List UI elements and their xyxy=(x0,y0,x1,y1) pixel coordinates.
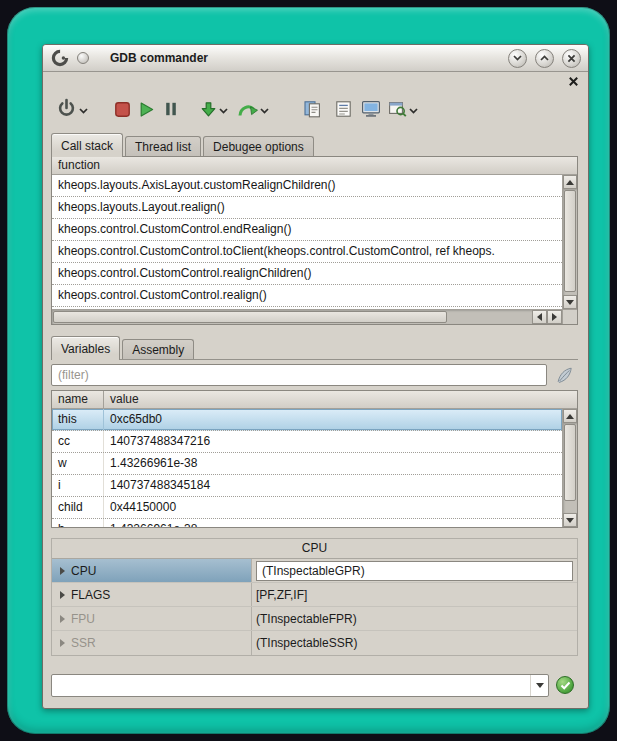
power-run-button[interactable] xyxy=(56,96,77,122)
debug-toolbar xyxy=(56,95,418,123)
scroll-up-button[interactable] xyxy=(563,409,577,423)
chevron-down-icon xyxy=(79,108,88,114)
variable-value: 1.43266961e-38 xyxy=(104,453,562,474)
minimize-button[interactable] xyxy=(508,49,527,68)
titlebar[interactable]: GDB commander xyxy=(43,45,588,72)
variable-row[interactable]: w 1.43266961e-38 xyxy=(52,453,562,475)
variables-list: this 0xc65db0 cc 140737488347216 w 1.432… xyxy=(52,409,562,527)
power-dropdown-button[interactable] xyxy=(79,96,88,122)
register-group-value: (TInspectableGPR) xyxy=(252,559,577,582)
step-over-dropdown-button[interactable] xyxy=(260,96,269,122)
arrow-right-icon xyxy=(552,313,557,321)
scrollbar-thumb[interactable] xyxy=(53,311,447,323)
register-group-value-text: [PF,ZF,IF] xyxy=(256,588,307,602)
message-list-button[interactable] xyxy=(335,96,352,122)
scroll-right-button[interactable] xyxy=(547,310,562,324)
execute-command-button[interactable] xyxy=(556,676,574,694)
scroll-down-button[interactable] xyxy=(563,513,577,527)
expander-icon[interactable] xyxy=(60,567,65,575)
documents-button[interactable] xyxy=(303,96,322,122)
gdb-commander-window: GDB commander xyxy=(42,44,589,709)
scrollbar-track[interactable] xyxy=(563,189,577,295)
register-group-label: SSR xyxy=(71,636,96,650)
callstack-row[interactable]: kheops.control.CustomControl.endRealign(… xyxy=(52,219,562,241)
callstack-horizontal-scrollbar[interactable] xyxy=(52,309,562,324)
window-controls xyxy=(508,49,581,68)
stop-button[interactable] xyxy=(114,96,131,122)
arrow-down-icon xyxy=(566,300,574,305)
maximize-button[interactable] xyxy=(535,49,554,68)
arrow-left-icon xyxy=(537,313,542,321)
variable-row[interactable]: this 0xc65db0 xyxy=(52,409,562,431)
memory-view-button[interactable] xyxy=(361,96,381,122)
callstack-row[interactable]: kheops.control.CustomControl.realignChil… xyxy=(52,263,562,285)
callstack-vertical-scrollbar[interactable] xyxy=(562,175,577,309)
expander-icon[interactable] xyxy=(60,615,65,623)
scroll-down-button[interactable] xyxy=(563,295,577,309)
variable-name: w xyxy=(52,453,104,474)
chevron-down-icon xyxy=(260,108,269,114)
name-column-header[interactable]: name xyxy=(52,391,104,408)
pin-button[interactable] xyxy=(77,52,89,64)
combo-dropdown-button[interactable] xyxy=(530,675,548,696)
debug-command-input[interactable] xyxy=(52,675,530,696)
cpu-row[interactable]: SSR (TInspectableSSR) xyxy=(52,631,577,655)
variable-row[interactable]: child 0x44150000 xyxy=(52,497,562,519)
scroll-left-button[interactable] xyxy=(532,310,547,324)
variables-header: name value xyxy=(52,391,577,409)
step-into-button[interactable] xyxy=(200,96,217,122)
tab-call-stack[interactable]: Call stack xyxy=(51,133,123,157)
chevron-down-icon xyxy=(536,683,544,688)
register-group-name[interactable]: FLAGS xyxy=(52,583,252,606)
cpu-row[interactable]: FLAGS [PF,ZF,IF] xyxy=(52,583,577,607)
tab-thread-list[interactable]: Thread list xyxy=(125,136,201,156)
variable-row[interactable]: cc 140737488347216 xyxy=(52,431,562,453)
list-icon xyxy=(335,100,352,118)
app-menu-button[interactable] xyxy=(50,48,70,68)
callstack-row[interactable]: kheops.layouts.AxisLayout.customRealignC… xyxy=(52,175,562,197)
cpu-value-editor[interactable]: (TInspectableGPR) xyxy=(256,561,573,581)
scroll-up-button[interactable] xyxy=(563,175,577,189)
scrollbar-track[interactable] xyxy=(563,423,577,513)
cpu-row[interactable]: FPU (TInspectableFPR) xyxy=(52,607,577,631)
step-into-dropdown-button[interactable] xyxy=(219,96,228,122)
continue-button[interactable] xyxy=(138,96,155,122)
close-button[interactable] xyxy=(562,49,581,68)
scrollbar-track[interactable] xyxy=(52,310,532,324)
cpu-row[interactable]: CPU (TInspectableGPR) xyxy=(52,559,577,583)
register-group-name[interactable]: FPU xyxy=(52,607,252,630)
expander-icon[interactable] xyxy=(60,591,65,599)
expander-icon[interactable] xyxy=(60,639,65,647)
pause-button[interactable] xyxy=(164,96,178,122)
filter-input[interactable] xyxy=(51,364,547,386)
callstack-table: function kheops.layouts.AxisLayout.custo… xyxy=(51,156,578,325)
tab-assembly[interactable]: Assembly xyxy=(122,339,194,359)
variable-row[interactable]: i 140737488345184 xyxy=(52,475,562,497)
callstack-row[interactable]: kheops.layouts.Layout.realign() xyxy=(52,197,562,219)
dock-close-button[interactable] xyxy=(567,75,579,87)
tab-debugee-options[interactable]: Debugee options xyxy=(203,136,314,156)
step-over-button[interactable] xyxy=(237,96,258,122)
variables-vertical-scrollbar[interactable] xyxy=(562,409,577,527)
variable-row[interactable]: b 1.43266961e-38 xyxy=(52,519,562,527)
callstack-column-header[interactable]: function xyxy=(52,157,577,175)
scrollbar-thumb[interactable] xyxy=(564,424,576,501)
filter-options-button[interactable] xyxy=(554,365,574,385)
register-group-value-text: (TInspectableSSR) xyxy=(256,636,357,650)
tab-variables[interactable]: Variables xyxy=(51,336,120,360)
callstack-row[interactable]: kheops.control.CustomControl.realign() xyxy=(52,285,562,307)
scrollbar-thumb[interactable] xyxy=(564,190,576,292)
debug-command-combobox[interactable] xyxy=(51,674,549,697)
arrow-down-icon xyxy=(566,518,574,523)
callstack-row[interactable]: kheops.control.CustomControl.toClient(kh… xyxy=(52,241,562,263)
watch-dropdown-button[interactable] xyxy=(409,96,418,122)
watch-button[interactable] xyxy=(388,96,407,122)
callstack-list: kheops.layouts.AxisLayout.customRealignC… xyxy=(52,175,562,309)
scrollbar-corner xyxy=(562,309,577,324)
cpu-register-grid: CPU (TInspectableGPR) FLAGS [PF,ZF,IF] F… xyxy=(52,558,577,655)
value-column-header[interactable]: value xyxy=(104,391,577,408)
quill-icon xyxy=(555,366,574,385)
register-group-name[interactable]: CPU xyxy=(52,559,252,582)
register-group-name[interactable]: SSR xyxy=(52,631,252,655)
client-area: Call stack Thread list Debugee options f… xyxy=(43,72,588,708)
